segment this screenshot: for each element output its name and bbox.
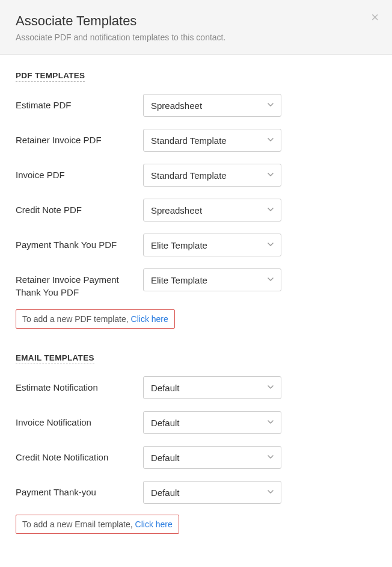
close-icon: × <box>371 10 379 25</box>
row-retainer-invoice-pdf: Retainer Invoice PDF Standard Template <box>16 129 376 152</box>
select-invoice-pdf-input[interactable]: Standard Template <box>143 164 281 187</box>
helper-add-email-template: To add a new Email template, Click here <box>16 515 179 534</box>
row-estimate-notification: Estimate Notification Default <box>16 376 376 399</box>
select-credit-note-pdf-input[interactable]: Spreadsheet <box>143 199 281 222</box>
select-credit-note-notification-input[interactable]: Default <box>143 446 281 469</box>
label-estimate-notification: Estimate Notification <box>16 376 143 394</box>
modal-footer: Save Cancel <box>0 564 392 567</box>
modal-title: Associate Templates <box>16 13 376 29</box>
label-estimate-pdf: Estimate PDF <box>16 94 143 111</box>
select-estimate-pdf-input[interactable]: Spreadsheet <box>143 94 281 117</box>
helper-pdf-link[interactable]: Click here <box>131 314 168 324</box>
select-retainer-payment-thank-you-pdf[interactable]: Elite Template <box>143 268 281 291</box>
select-estimate-notification[interactable]: Default <box>143 376 281 399</box>
select-payment-thank-you-pdf-input[interactable]: Elite Template <box>143 234 281 256</box>
label-credit-note-notification: Credit Note Notification <box>16 446 143 463</box>
label-retainer-invoice-pdf: Retainer Invoice PDF <box>16 129 143 146</box>
select-retainer-invoice-pdf[interactable]: Standard Template <box>143 129 281 152</box>
select-estimate-notification-input[interactable]: Default <box>143 376 281 399</box>
modal-header: Associate Templates Associate PDF and no… <box>0 0 392 55</box>
select-invoice-notification-input[interactable]: Default <box>143 411 281 434</box>
label-invoice-pdf: Invoice PDF <box>16 164 143 181</box>
row-credit-note-notification: Credit Note Notification Default <box>16 446 376 469</box>
select-estimate-pdf[interactable]: Spreadsheet <box>143 94 281 117</box>
row-payment-thank-you-pdf: Payment Thank You PDF Elite Template <box>16 234 376 256</box>
select-invoice-pdf[interactable]: Standard Template <box>143 164 281 187</box>
row-invoice-notification: Invoice Notification Default <box>16 411 376 434</box>
row-estimate-pdf: Estimate PDF Spreadsheet <box>16 94 376 117</box>
select-retainer-invoice-pdf-input[interactable]: Standard Template <box>143 129 281 152</box>
helper-email-link[interactable]: Click here <box>135 519 173 529</box>
select-retainer-payment-thank-you-pdf-input[interactable]: Elite Template <box>143 268 281 291</box>
select-credit-note-pdf[interactable]: Spreadsheet <box>143 199 281 222</box>
label-payment-thank-you-email: Payment Thank-you <box>16 481 143 498</box>
helper-add-pdf-template: To add a new PDF template, Click here <box>16 309 175 329</box>
modal-body: PDF TEMPLATES Estimate PDF Spreadsheet R… <box>0 55 392 564</box>
select-payment-thank-you-email[interactable]: Default <box>143 481 281 504</box>
label-retainer-payment-thank-you-pdf: Retainer Invoice Payment Thank You PDF <box>16 268 143 299</box>
select-payment-thank-you-pdf[interactable]: Elite Template <box>143 234 281 256</box>
row-payment-thank-you-email: Payment Thank-you Default <box>16 481 376 504</box>
label-payment-thank-you-pdf: Payment Thank You PDF <box>16 234 143 251</box>
helper-email-text: To add a new Email template, <box>22 519 135 529</box>
helper-pdf-text: To add a new PDF template, <box>22 314 131 324</box>
row-retainer-payment-thank-you-pdf: Retainer Invoice Payment Thank You PDF E… <box>16 268 376 299</box>
section-title-pdf: PDF TEMPLATES <box>16 71 85 82</box>
row-credit-note-pdf: Credit Note PDF Spreadsheet <box>16 199 376 222</box>
select-invoice-notification[interactable]: Default <box>143 411 281 434</box>
label-credit-note-pdf: Credit Note PDF <box>16 199 143 216</box>
select-credit-note-notification[interactable]: Default <box>143 446 281 469</box>
select-payment-thank-you-email-input[interactable]: Default <box>143 481 281 504</box>
section-title-email: EMAIL TEMPLATES <box>16 353 94 364</box>
modal-subtitle: Associate PDF and notification templates… <box>16 33 376 42</box>
row-invoice-pdf: Invoice PDF Standard Template <box>16 164 376 187</box>
label-invoice-notification: Invoice Notification <box>16 411 143 429</box>
close-button[interactable]: × <box>371 11 379 24</box>
